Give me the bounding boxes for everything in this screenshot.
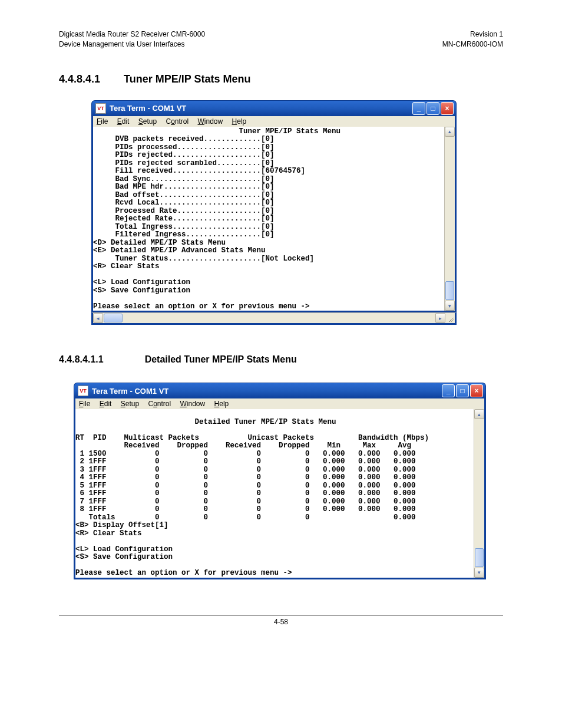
- hscroll-thumb[interactable]: [104, 314, 123, 322]
- close-button[interactable]: ×: [470, 384, 483, 397]
- titlebar[interactable]: VT Tera Term - COM1 VT _ □ ×: [74, 383, 486, 398]
- menu-help[interactable]: Help: [214, 400, 229, 408]
- terminal-output[interactable]: Tuner MPE/IP Stats Menu DVB packets rece…: [93, 127, 444, 311]
- minimize-button[interactable]: _: [412, 102, 425, 115]
- maximize-button[interactable]: □: [427, 102, 439, 115]
- section-heading-2: 4.4.8.4.1.1Detailed Tuner MPE/IP Stats M…: [59, 354, 503, 365]
- scroll-thumb[interactable]: [445, 281, 454, 300]
- header-right-2: MN-CMR6000-IOM: [442, 40, 503, 48]
- window-title: Tera Term - COM1 VT: [110, 104, 412, 113]
- menu-file[interactable]: File: [79, 400, 90, 408]
- menu-control[interactable]: Control: [166, 117, 189, 126]
- menu-setup[interactable]: Setup: [138, 117, 157, 126]
- titlebar[interactable]: VT Tera Term - COM1 VT _ □ ×: [91, 100, 457, 116]
- header-left-1: Digicast Media Router S2 Receiver CMR-60…: [59, 30, 205, 38]
- horizontal-scrollbar[interactable]: ◂ ▸: [91, 312, 457, 325]
- scroll-thumb[interactable]: [475, 548, 484, 567]
- menu-help[interactable]: Help: [232, 117, 247, 126]
- vertical-scrollbar[interactable]: ▴ ▾: [474, 409, 484, 578]
- scroll-up-icon[interactable]: ▴: [474, 409, 484, 419]
- section-number: 4.4.8.4.1: [59, 73, 100, 85]
- scroll-up-icon[interactable]: ▴: [445, 127, 455, 137]
- menu-edit[interactable]: Edit: [100, 400, 112, 408]
- subsection-title: Detailed Tuner MPE/IP Stats Menu: [145, 354, 297, 364]
- app-icon: VT: [78, 386, 88, 396]
- scroll-right-icon[interactable]: ▸: [435, 313, 445, 323]
- menu-edit[interactable]: Edit: [117, 117, 130, 126]
- vertical-scrollbar[interactable]: ▴ ▾: [444, 127, 455, 311]
- resize-grip-icon[interactable]: [445, 314, 455, 323]
- header-left-2: Device Management via User Interfaces: [59, 40, 184, 48]
- menubar: File Edit Setup Control Window Help: [74, 398, 486, 409]
- terminal-output[interactable]: Detailed Tuner MPE/IP Stats Menu RT PID …: [75, 409, 474, 578]
- window-title: Tera Term - COM1 VT: [92, 387, 442, 396]
- close-button[interactable]: ×: [441, 102, 454, 115]
- scroll-down-icon[interactable]: ▾: [474, 568, 484, 578]
- terminal-window-1: VT Tera Term - COM1 VT _ □ × File Edit S…: [91, 100, 457, 325]
- menubar: File Edit Setup Control Window Help: [91, 116, 457, 127]
- minimize-button[interactable]: _: [442, 384, 455, 397]
- footer-rule: [59, 615, 503, 615]
- subsection-number: 4.4.8.4.1.1: [59, 354, 104, 364]
- terminal-window-2: VT Tera Term - COM1 VT _ □ × File Edit S…: [74, 383, 486, 579]
- page-header: Digicast Media Router S2 Receiver CMR-60…: [59, 29, 503, 50]
- page-number: 4-58: [59, 618, 503, 626]
- scroll-left-icon[interactable]: ◂: [93, 313, 103, 323]
- header-right-1: Revision 1: [470, 30, 503, 38]
- maximize-button[interactable]: □: [456, 384, 469, 397]
- section-title: Tuner MPE/IP Stats Menu: [124, 73, 250, 85]
- menu-control[interactable]: Control: [148, 400, 171, 408]
- app-icon: VT: [95, 103, 106, 114]
- menu-setup[interactable]: Setup: [121, 400, 139, 408]
- menu-file[interactable]: File: [97, 117, 108, 126]
- scroll-down-icon[interactable]: ▾: [445, 301, 455, 311]
- section-heading-1: 4.4.8.4.1Tuner MPE/IP Stats Menu: [59, 73, 503, 85]
- menu-window[interactable]: Window: [198, 117, 223, 126]
- menu-window[interactable]: Window: [180, 400, 206, 408]
